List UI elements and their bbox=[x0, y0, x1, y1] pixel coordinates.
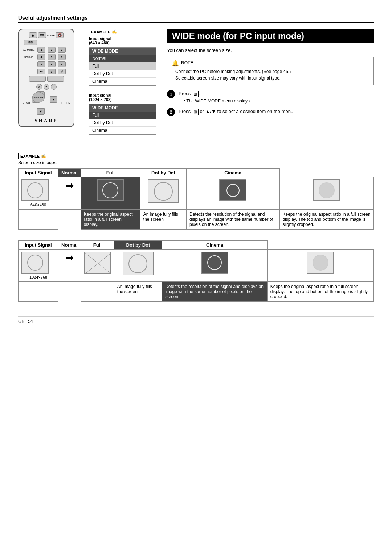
btn-9[interactable]: 9 bbox=[58, 61, 66, 67]
td-full-img-2 bbox=[114, 250, 162, 282]
step-1-text: Press ⊞. bbox=[179, 90, 251, 97]
step-2-text: Press ⊞ or ▲/▼ to select a desired item … bbox=[179, 108, 295, 115]
th-cinema-2: Cinema bbox=[162, 241, 268, 250]
example-label-2: EXAMPLE ✍ bbox=[18, 153, 48, 159]
dotbydot-screen-1 bbox=[219, 179, 246, 201]
comparison-section: EXAMPLE ✍ Screen size images. Input Sign… bbox=[18, 153, 374, 302]
btn-circle-mid[interactable]: ? bbox=[44, 84, 49, 90]
btn-wide-left[interactable] bbox=[29, 76, 46, 82]
btn-circle-left[interactable]: ◎ bbox=[36, 84, 42, 90]
example-label-1: EXAMPLE ✍ bbox=[89, 29, 119, 35]
menu-item-dotbydot-640[interactable]: Dot by Dot bbox=[89, 70, 156, 78]
td-normal-img-2 bbox=[81, 250, 114, 282]
menu-panels: EXAMPLE ✍ Input signal (640 × 480) WIDE … bbox=[89, 29, 160, 142]
step2-btn-icon: ⊞ bbox=[192, 109, 199, 115]
menu-box-640: WIDE MODE Normal Full Dot by Dot Cinema bbox=[89, 47, 156, 86]
enter-btn[interactable]: ENTER bbox=[32, 92, 45, 103]
av-mode-label: AV MODE bbox=[23, 49, 35, 51]
dotbydot-circle-2 bbox=[207, 255, 222, 270]
step-1-sub: • The WIDE MODE menu displays. bbox=[184, 98, 251, 104]
mute-btn[interactable]: 🔇 bbox=[56, 32, 64, 38]
btn-5[interactable]: 5 bbox=[48, 54, 56, 60]
btn-4[interactable]: 4 bbox=[37, 54, 45, 60]
td-dotbydot-desc-2: Detects the resolution of the signal and… bbox=[162, 282, 268, 302]
full-circle-1 bbox=[154, 182, 173, 201]
th-dotbydot-1: Dot by Dot bbox=[140, 169, 186, 177]
td-cinema-desc-1: Keeps the original aspect ratio in a ful… bbox=[279, 210, 374, 230]
signal-label-1: 640×480 bbox=[21, 203, 55, 207]
comparison-table-640: Input Signal Normal Full Dot by Dot Cine… bbox=[18, 168, 374, 230]
td-input-signal-img-1: 640×480 bbox=[19, 177, 58, 210]
td-normal-desc-2 bbox=[81, 282, 114, 302]
screen-size-caption: Screen size images. bbox=[18, 160, 374, 165]
menu-box-1024: WIDE MODE Full Dot by Dot Cinema bbox=[89, 104, 156, 135]
btn-8[interactable]: 8 bbox=[48, 61, 56, 67]
th-input-signal-1: Input Signal bbox=[19, 169, 58, 177]
input-signal-1024-label: Input signal (1024 × 768) bbox=[89, 93, 160, 102]
multi-btn[interactable]: ⊞⊞ bbox=[38, 32, 46, 38]
td-input-desc-2 bbox=[19, 282, 58, 302]
input-signal-screen-1 bbox=[21, 179, 49, 201]
menu-item-cinema-640[interactable]: Cinema bbox=[89, 78, 156, 85]
input-circle-1 bbox=[27, 182, 43, 198]
td-normal-desc: Keeps the original aspect ratio in a ful… bbox=[81, 210, 140, 230]
td-cinema-img-1 bbox=[279, 177, 374, 210]
td-cinema-desc-2: Keeps the original aspect ratio in a ful… bbox=[267, 282, 373, 302]
remote-control: ◉ ⊞⊞ SLEEP 🔇 ⊞⊞ AV MODE 1 2 3 bbox=[18, 29, 74, 127]
btn-7[interactable]: 7 bbox=[37, 61, 45, 67]
menu-item-normal[interactable]: Normal bbox=[89, 55, 156, 62]
th-dotbydot-2: Dot by Dot bbox=[114, 241, 162, 250]
btn-special-left[interactable]: ↩ bbox=[37, 69, 45, 74]
diagonal-svg bbox=[85, 252, 111, 274]
page-number: GB · 54 bbox=[18, 319, 33, 324]
btn-6[interactable]: 6 bbox=[58, 54, 66, 60]
arrow-cell-1: ➡ bbox=[58, 177, 81, 210]
menu-item-dotbydot-1024[interactable]: Dot by Dot bbox=[89, 119, 156, 127]
btn-3[interactable]: 3 bbox=[58, 47, 66, 53]
comparison-table-1024: Input Signal Normal Full Dot by Dot Cine… bbox=[18, 240, 374, 302]
td-input-signal-img-2: 1024×768 bbox=[19, 250, 58, 282]
btn-wide-right[interactable] bbox=[47, 76, 64, 82]
btn-circle-right[interactable]: □ bbox=[51, 84, 57, 90]
full-circle-2 bbox=[128, 254, 147, 273]
footer: GB · 54 bbox=[18, 316, 374, 324]
signal-label-2: 1024×768 bbox=[21, 275, 55, 279]
steps-section: 1 Press ⊞. • The WIDE MODE menu displays… bbox=[167, 90, 374, 116]
menu-item-cinema-1024[interactable]: Cinema bbox=[89, 127, 156, 134]
menu-header-640: WIDE MODE bbox=[89, 48, 156, 55]
table1-desc-row: Keeps the original aspect ratio in a ful… bbox=[19, 210, 374, 230]
th-cinema-1: Cinema bbox=[187, 169, 279, 177]
menu-label: MENU bbox=[23, 102, 30, 104]
full-screen-2 bbox=[123, 252, 154, 275]
cinema-screen-2 bbox=[307, 252, 334, 274]
table2-images-row: 1024×768 ➡ bbox=[19, 250, 374, 282]
full-screen-1 bbox=[148, 179, 179, 203]
menu-item-full-1024[interactable]: Full bbox=[89, 112, 156, 119]
btn-2[interactable]: 2 bbox=[48, 47, 56, 53]
btn-1[interactable]: 1 bbox=[37, 47, 45, 53]
table2-desc-row: An image fully fills the screen. Detects… bbox=[19, 282, 374, 302]
step-number-1: 1 bbox=[167, 90, 175, 98]
menu-header-1024: WIDE MODE bbox=[89, 104, 156, 112]
note-icon: 🔔 bbox=[172, 60, 179, 67]
td-arrow-desc-1 bbox=[58, 210, 81, 230]
table1-images-row: 640×480 ➡ bbox=[19, 177, 374, 210]
power-btn[interactable]: ◉ bbox=[29, 32, 37, 38]
wide-mode-title: WIDE mode (for PC input mode) bbox=[167, 29, 374, 43]
menu-item-full-640[interactable]: Full bbox=[89, 62, 156, 70]
td-full-desc-1: An image fully fills the screen. bbox=[140, 210, 186, 230]
cinema-screen-1 bbox=[313, 179, 340, 201]
note-item-1: Connect the PC before making adjustments… bbox=[175, 69, 369, 74]
td-input-desc-1 bbox=[19, 210, 58, 230]
btn-0[interactable]: 0 bbox=[48, 69, 56, 74]
arrow-cell-2: ➡ bbox=[58, 250, 81, 282]
step-1: 1 Press ⊞. • The WIDE MODE menu displays… bbox=[167, 90, 374, 104]
svg-line-0 bbox=[85, 252, 111, 274]
section-title: Useful adjustment settings bbox=[18, 15, 374, 23]
dpad-down[interactable]: ▼ bbox=[37, 108, 45, 115]
extra-btn[interactable]: ⊞⊞ bbox=[24, 40, 37, 45]
dpad-right[interactable]: ► bbox=[50, 96, 57, 103]
cinema-circle-1 bbox=[319, 182, 335, 198]
normal-screen bbox=[97, 179, 124, 201]
btn-special-right[interactable]: ⤶ bbox=[58, 69, 66, 74]
